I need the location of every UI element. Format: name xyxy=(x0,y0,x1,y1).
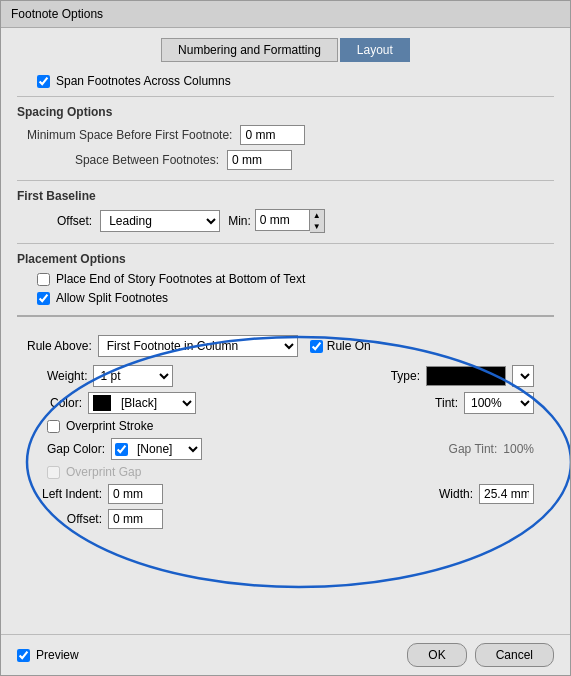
title-bar: Footnote Options xyxy=(1,1,570,28)
overprint-label: Overprint Stroke xyxy=(66,419,153,433)
dialog: Footnote Options Numbering and Formattin… xyxy=(0,0,571,676)
rule-offset-row: Offset: xyxy=(27,509,544,529)
spinner-down[interactable]: ▼ xyxy=(310,221,324,232)
tint-label: Tint: xyxy=(435,396,458,410)
offset-label: Offset: xyxy=(57,214,92,228)
tint-container: Tint: 100% xyxy=(435,392,534,414)
color-container: Color: [Black] xyxy=(27,392,196,414)
overprint-gap-checkbox[interactable] xyxy=(47,466,60,479)
gap-color-container: Gap Color: [None] xyxy=(27,438,202,460)
gap-tint-value: 100% xyxy=(503,442,534,456)
left-indent-container: Left Indent: xyxy=(27,484,163,504)
left-indent-label: Left Indent: xyxy=(27,487,102,501)
width-label: Width: xyxy=(439,487,473,501)
weight-label: Weight: xyxy=(27,369,87,383)
overprint-gap-row: Overprint Gap xyxy=(27,465,544,479)
allow-split-checkbox[interactable] xyxy=(37,292,50,305)
gap-color-checkbox[interactable] xyxy=(115,443,128,456)
span-footnotes-row: Span Footnotes Across Columns xyxy=(17,74,554,88)
weight-type-row: Weight: 1 pt Type: xyxy=(27,365,544,387)
rule-above-row: Rule Above: First Footnote in Column Rul… xyxy=(27,335,544,357)
placement-options-title: Placement Options xyxy=(17,252,554,266)
rule-on-label: Rule On xyxy=(327,339,371,353)
min-space-label: Minimum Space Before First Footnote: xyxy=(27,128,240,142)
rule-above-select[interactable]: First Footnote in Column xyxy=(98,335,298,357)
rule-on-checkbox[interactable] xyxy=(310,340,323,353)
gap-color-select[interactable]: [None] xyxy=(131,438,201,460)
overprint-gap-label: Overprint Gap xyxy=(66,465,141,479)
gap-color-label: Gap Color: xyxy=(27,442,105,456)
weight-container: Weight: 1 pt xyxy=(27,365,173,387)
gap-tint-label: Gap Tint: xyxy=(449,442,498,456)
color-preview xyxy=(93,395,111,411)
rule-above-label: Rule Above: xyxy=(27,339,92,353)
allow-split-label: Allow Split Footnotes xyxy=(56,291,168,305)
space-between-input[interactable] xyxy=(227,150,292,170)
span-footnotes-checkbox[interactable] xyxy=(37,75,50,88)
cancel-button[interactable]: Cancel xyxy=(475,643,554,667)
color-tint-row: Color: [Black] Tint: 100% xyxy=(27,392,544,414)
weight-select[interactable]: 1 pt xyxy=(93,365,173,387)
spinner-buttons: ▲ ▼ xyxy=(310,209,325,233)
color-select[interactable]: [Black] xyxy=(115,392,195,414)
dialog-title: Footnote Options xyxy=(11,7,103,21)
gap-tint-container: Gap Tint: 100% xyxy=(449,442,534,456)
min-spinner: Min: ▲ ▼ xyxy=(228,209,325,233)
spacing-options-title: Spacing Options xyxy=(17,105,554,119)
type-swatch xyxy=(426,366,506,386)
overprint-checkbox[interactable] xyxy=(47,420,60,433)
offset-select[interactable]: Leading xyxy=(100,210,220,232)
gap-color-select-wrap: [None] xyxy=(111,438,202,460)
place-end-label: Place End of Story Footnotes at Bottom o… xyxy=(56,272,305,286)
space-between-row: Space Between Footnotes: xyxy=(17,150,554,170)
first-baseline-row: Offset: Leading Min: ▲ ▼ xyxy=(17,209,554,233)
type-container: Type: xyxy=(391,365,534,387)
ok-button[interactable]: OK xyxy=(407,643,466,667)
bottom-buttons: OK Cancel xyxy=(407,643,554,667)
width-container: Width: xyxy=(439,484,534,504)
type-select[interactable] xyxy=(512,365,534,387)
tabs: Numbering and Formatting Layout xyxy=(17,38,554,62)
spacing-options-section: Spacing Options Minimum Space Before Fir… xyxy=(17,105,554,170)
place-end-checkbox[interactable] xyxy=(37,273,50,286)
type-label: Type: xyxy=(391,369,420,383)
tab-layout[interactable]: Layout xyxy=(340,38,410,62)
overprint-row: Overprint Stroke xyxy=(27,419,544,433)
color-select-wrap: [Black] xyxy=(88,392,196,414)
left-indent-input[interactable] xyxy=(108,484,163,504)
preview-row: Preview xyxy=(17,648,79,662)
rule-offset-input[interactable] xyxy=(108,509,163,529)
preview-label: Preview xyxy=(36,648,79,662)
blue-oval-annotation xyxy=(9,322,570,602)
placement-options-section: Placement Options Place End of Story Foo… xyxy=(17,252,554,305)
place-end-row: Place End of Story Footnotes at Bottom o… xyxy=(17,272,554,286)
first-baseline-title: First Baseline xyxy=(17,189,554,203)
first-baseline-section: First Baseline Offset: Leading Min: ▲ ▼ xyxy=(17,189,554,233)
min-label: Min: xyxy=(228,214,251,228)
allow-split-row: Allow Split Footnotes xyxy=(17,291,554,305)
rule-section: Rule Above: First Footnote in Column Rul… xyxy=(17,327,554,542)
min-input[interactable] xyxy=(255,209,310,231)
tab-numbering[interactable]: Numbering and Formatting xyxy=(161,38,338,62)
color-label: Color: xyxy=(27,396,82,410)
preview-checkbox[interactable] xyxy=(17,649,30,662)
width-input[interactable] xyxy=(479,484,534,504)
tint-select[interactable]: 100% xyxy=(464,392,534,414)
indent-width-row: Left Indent: Width: xyxy=(27,484,544,504)
span-footnotes-label: Span Footnotes Across Columns xyxy=(56,74,231,88)
min-space-row: Minimum Space Before First Footnote: xyxy=(17,125,554,145)
spinner-up[interactable]: ▲ xyxy=(310,210,324,221)
gap-color-row: Gap Color: [None] Gap Tint: 100% xyxy=(27,438,544,460)
space-between-label: Space Between Footnotes: xyxy=(27,153,227,167)
rule-offset-label: Offset: xyxy=(27,512,102,526)
rule-on-container: Rule On xyxy=(310,339,371,353)
min-space-input[interactable] xyxy=(240,125,305,145)
bottom-bar: Preview OK Cancel xyxy=(1,634,570,675)
